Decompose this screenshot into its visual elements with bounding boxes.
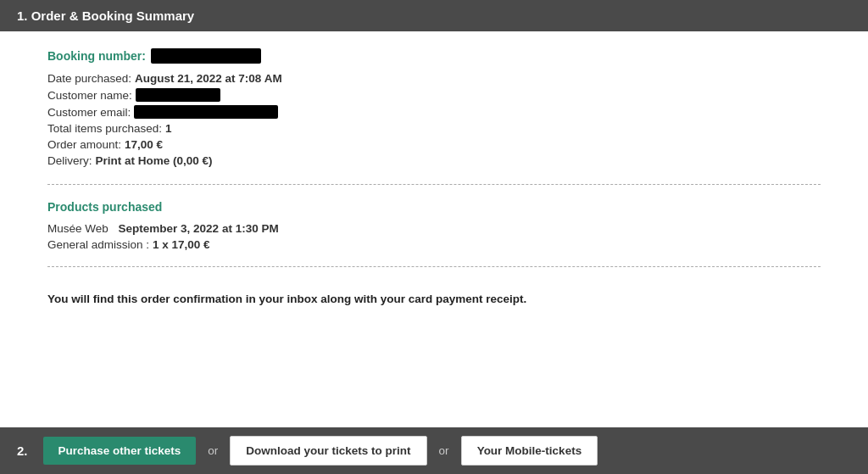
divider-2 [47,266,821,267]
main-content: Booking number: Date purchased: August 2… [0,31,868,427]
delivery-value: Print at Home (0,00 €) [96,154,213,167]
booking-number-redacted [151,48,261,64]
download-tickets-button[interactable]: Download your tickets to print [230,436,426,466]
order-amount-value: 17,00 € [125,138,163,151]
products-title: Products purchased [47,200,821,214]
delivery-label: Delivery: [47,154,92,167]
total-items-value: 1 [165,122,172,135]
products-section: Products purchased Musée Web September 3… [47,200,821,251]
step-label: 2. [17,443,28,458]
total-items-label: Total items purchased: [47,122,162,135]
or-label-1: or [208,444,218,457]
purchase-other-tickets-button[interactable]: Purchase other tickets [43,437,197,465]
product-event-row: Musée Web September 3, 2022 at 1:30 PM [47,222,821,235]
customer-email-label: Customer email: [47,106,131,119]
booking-number-row: Booking number: [47,48,821,64]
customer-email-row: Customer email: [47,105,821,119]
product-event-date: September 3, 2022 at 1:30 PM [119,222,279,235]
date-purchased-label: Date purchased: [47,72,131,85]
confirmation-notice: You will find this order confirmation in… [47,282,821,312]
or-label-2: or [439,444,449,457]
date-purchased-value: August 21, 2022 at 7:08 AM [135,72,282,85]
footer-bar: 2. Purchase other tickets or Download yo… [0,427,868,474]
order-amount-row: Order amount: 17,00 € [47,138,821,151]
total-items-row: Total items purchased: 1 [47,122,821,135]
customer-name-row: Customer name: [47,88,821,102]
page-wrapper: 1. Order & Booking Summary Booking numbe… [0,0,868,474]
booking-number-label: Booking number: [47,49,146,63]
mobile-tickets-button[interactable]: Your Mobile-tickets [461,436,598,466]
order-amount-label: Order amount: [47,138,121,151]
delivery-row: Delivery: Print at Home (0,00 €) [47,154,821,167]
admission-value: 1 x 17,00 € [153,238,210,251]
date-purchased-row: Date purchased: August 21, 2022 at 7:08 … [47,72,821,85]
admission-label: General admission : [47,238,149,251]
customer-email-redacted [134,105,278,119]
admission-row: General admission : 1 x 17,00 € [47,238,821,251]
product-event-name: Musée Web [47,222,108,235]
section-header: 1. Order & Booking Summary [0,0,868,31]
section-title: 1. Order & Booking Summary [17,8,194,23]
booking-section: Booking number: Date purchased: August 2… [47,48,821,167]
customer-name-redacted [136,88,220,102]
divider-1 [47,184,821,185]
customer-name-label: Customer name: [47,89,132,102]
